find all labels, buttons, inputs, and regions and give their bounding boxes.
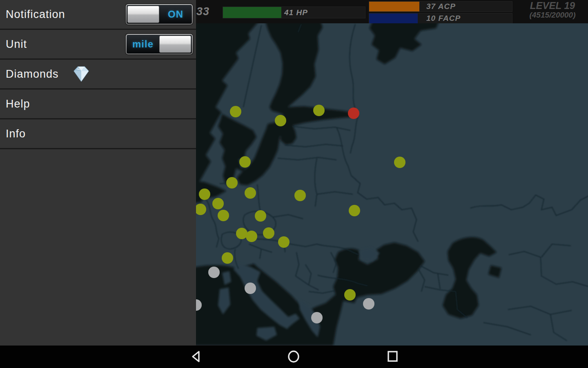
- facp-bar-fill: [369, 13, 418, 23]
- hp-value: 41 HP: [284, 7, 308, 18]
- recents-icon[interactable]: [385, 349, 400, 364]
- facp-value: 10 FACP: [426, 13, 461, 23]
- active-city-marker[interactable]: [226, 177, 238, 188]
- active-city-marker[interactable]: [246, 231, 257, 242]
- player-id-fragment: 33: [196, 5, 209, 18]
- active-city-marker[interactable]: [199, 188, 210, 200]
- inactive-city-marker[interactable]: [311, 312, 323, 323]
- active-city-marker[interactable]: [344, 289, 356, 301]
- menu-item-unit[interactable]: Unit mile: [0, 30, 196, 60]
- active-city-marker[interactable]: [394, 157, 405, 168]
- level-indicator: LEVEL 19 (4515/20000): [518, 0, 587, 20]
- diamond-icon: [70, 65, 92, 83]
- menu-item-help[interactable]: Help: [0, 90, 196, 119]
- active-city-marker[interactable]: [245, 187, 256, 199]
- active-city-marker[interactable]: [239, 156, 251, 168]
- settings-menu: Notification ON Unit mile Diamonds: [0, 0, 196, 346]
- notification-label: Notification: [6, 0, 65, 29]
- active-city-marker[interactable]: [212, 198, 224, 209]
- active-city-marker[interactable]: [278, 236, 290, 248]
- hp-bar: 41 HP: [223, 7, 365, 18]
- inactive-city-marker[interactable]: [245, 283, 256, 294]
- help-label: Help: [6, 90, 30, 118]
- active-city-marker[interactable]: [230, 106, 241, 117]
- unit-toggle-state: mile: [127, 35, 159, 54]
- level-progress: (4515/20000): [518, 11, 587, 20]
- unit-toggle[interactable]: mile: [126, 34, 193, 54]
- active-city-marker[interactable]: [255, 210, 266, 222]
- android-nav-bar: [0, 346, 588, 368]
- menu-item-info[interactable]: Info: [0, 119, 196, 149]
- active-city-marker[interactable]: [349, 205, 360, 216]
- menu-item-diamonds[interactable]: Diamonds: [0, 60, 196, 90]
- active-city-marker[interactable]: [218, 210, 229, 221]
- toggle-knob: [127, 6, 159, 23]
- acp-bar: 37 ACP: [369, 1, 512, 12]
- level-title: LEVEL 19: [518, 0, 587, 11]
- acp-value: 37 ACP: [426, 2, 456, 11]
- inactive-city-marker[interactable]: [363, 298, 374, 310]
- info-label: Info: [6, 119, 26, 148]
- home-icon[interactable]: [286, 349, 301, 364]
- active-city-marker[interactable]: [275, 115, 286, 126]
- notification-toggle-state: ON: [159, 5, 192, 24]
- notification-toggle[interactable]: ON: [126, 4, 193, 25]
- menu-item-notification[interactable]: Notification ON: [0, 0, 196, 30]
- facp-bar: 10 FACP: [369, 13, 512, 24]
- active-city-marker[interactable]: [294, 190, 306, 201]
- enemy-city-marker[interactable]: [348, 108, 359, 119]
- active-city-marker[interactable]: [222, 252, 233, 264]
- active-city-marker[interactable]: [236, 228, 247, 239]
- hp-bar-fill: [223, 7, 281, 18]
- back-icon[interactable]: [189, 349, 203, 364]
- acp-bar-fill: [369, 2, 419, 11]
- active-city-marker[interactable]: [263, 227, 274, 239]
- diamonds-label: Diamonds: [6, 60, 59, 88]
- unit-label: Unit: [6, 30, 27, 58]
- toggle-knob: [159, 36, 191, 53]
- game-screen: 33 41 HP 37 ACP 10 FACP LEVEL 19 (4515/2…: [0, 0, 588, 368]
- inactive-city-marker[interactable]: [208, 267, 220, 278]
- europe-map[interactable]: [196, 23, 588, 346]
- active-city-marker[interactable]: [313, 105, 325, 116]
